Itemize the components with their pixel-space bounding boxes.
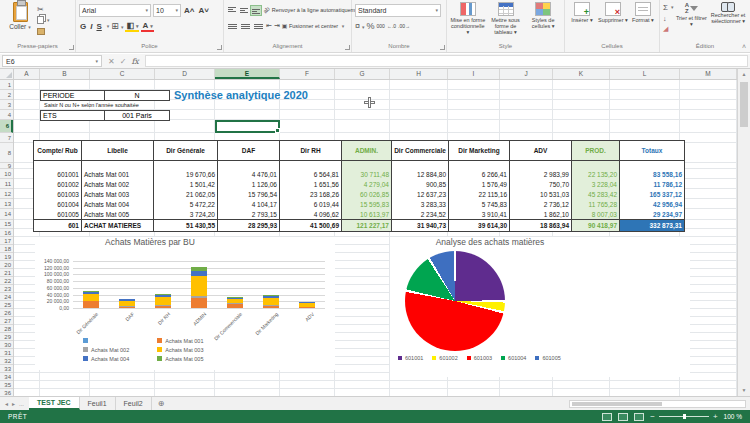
- table-cell[interactable]: 45 283,42: [572, 189, 620, 199]
- table-cell[interactable]: 3 910,41: [449, 209, 510, 219]
- table-cell[interactable]: 42 956,94: [620, 199, 684, 209]
- table-cell[interactable]: 41 500,69: [280, 219, 342, 231]
- table-cell[interactable]: 60 026,85: [342, 189, 392, 199]
- bar-stack-Dir Marketing[interactable]: [263, 295, 279, 308]
- table-cell[interactable]: 22 115,16: [449, 189, 510, 199]
- row-header-2[interactable]: 2: [0, 90, 13, 100]
- ets-label-cell[interactable]: ETS: [41, 111, 105, 120]
- row-header-22[interactable]: 22: [0, 277, 13, 285]
- font-dialog-launcher[interactable]: [217, 45, 222, 50]
- column-header-G[interactable]: G: [335, 69, 390, 79]
- shrink-font-button[interactable]: A˅: [197, 6, 209, 15]
- cell-grid[interactable]: PERIODE N Saisir N ou N+ selon l'année s…: [14, 80, 737, 396]
- bar-segment[interactable]: [119, 307, 135, 309]
- percent-button[interactable]: %: [367, 21, 375, 31]
- column-header-H[interactable]: H: [390, 69, 448, 79]
- bar-segment[interactable]: [191, 276, 207, 296]
- table-cell[interactable]: 2 793,15: [218, 209, 280, 219]
- number-dialog-launcher[interactable]: [440, 45, 445, 50]
- row-header-15[interactable]: 15: [0, 220, 13, 229]
- table-cell[interactable]: [449, 161, 510, 169]
- table-cell[interactable]: 90 418,97: [572, 219, 620, 231]
- font-color-button[interactable]: A▾: [141, 21, 153, 32]
- column-header-C[interactable]: C: [90, 69, 155, 79]
- table-cell[interactable]: DAF: [218, 141, 280, 161]
- scroll-down-icon[interactable]: ▼: [738, 385, 750, 396]
- table-cell[interactable]: 10 613,97: [342, 209, 392, 219]
- table-cell[interactable]: Compte/ Rub: [34, 141, 82, 161]
- font-name-select[interactable]: Arial▾: [79, 4, 151, 17]
- grow-font-button[interactable]: A˄: [183, 6, 195, 15]
- vertical-scrollbar[interactable]: ▲ ▼: [737, 69, 750, 396]
- row-header-4[interactable]: 4: [0, 110, 13, 120]
- table-cell[interactable]: [572, 161, 620, 169]
- period-label-cell[interactable]: PERIODE: [41, 91, 105, 100]
- table-cell[interactable]: 1 576,49: [449, 179, 510, 189]
- paste-button[interactable]: Coller▾: [3, 2, 37, 36]
- row-header-7[interactable]: 7: [0, 133, 13, 143]
- bar-stack-Dir Générale[interactable]: [83, 291, 99, 308]
- number-format-select[interactable]: Standard▾: [355, 4, 441, 17]
- bar-chart[interactable]: Achats Matières par BU 0,0020 000,0040 0…: [35, 237, 335, 370]
- table-cell[interactable]: 15 796,54: [218, 189, 280, 199]
- table-cell[interactable]: 4 476,01: [218, 169, 280, 179]
- table-cell[interactable]: 165 337,12: [620, 189, 684, 199]
- table-cell[interactable]: 12 637,23: [392, 189, 449, 199]
- table-cell[interactable]: 1 862,10: [510, 209, 572, 219]
- sheet-tab-test-jec[interactable]: TEST JEC: [29, 397, 79, 410]
- table-cell[interactable]: 83 558,16: [620, 169, 684, 179]
- table-cell[interactable]: 4 104,17: [218, 199, 280, 209]
- font-size-select[interactable]: 10▾: [153, 4, 181, 17]
- row-header-8[interactable]: 8: [0, 143, 13, 163]
- table-cell[interactable]: 1 651,56: [280, 179, 342, 189]
- period-value-cell[interactable]: N: [105, 91, 169, 100]
- table-cell[interactable]: PROD.: [572, 141, 620, 161]
- orientation-button[interactable]: ab: [260, 4, 272, 16]
- table-cell[interactable]: Dir Commerciale: [392, 141, 449, 161]
- column-header-B[interactable]: B: [40, 69, 90, 79]
- table-cell[interactable]: 23 168,26: [280, 189, 342, 199]
- decrease-decimal-button[interactable]: .00→: [398, 23, 410, 29]
- pie-legend-item[interactable]: 601001: [398, 354, 423, 361]
- conditional-formatting-button[interactable]: Mise en forme conditionnelle ▾: [450, 2, 486, 35]
- pie-graphic[interactable]: [405, 251, 505, 351]
- normal-view-icon[interactable]: [602, 413, 612, 421]
- table-cell[interactable]: Achats Mat 001: [82, 169, 154, 179]
- table-cell[interactable]: 28 295,93: [218, 219, 280, 231]
- pie-legend-item[interactable]: 601002: [432, 354, 457, 361]
- table-cell[interactable]: [620, 161, 684, 169]
- row-header-35[interactable]: 35: [0, 381, 13, 389]
- column-header-E[interactable]: E: [215, 69, 280, 79]
- table-cell[interactable]: 11 765,28: [572, 199, 620, 209]
- format-as-table-button[interactable]: Mettre sous forme de tableau ▾: [488, 2, 524, 35]
- table-cell[interactable]: 12 884,80: [392, 169, 449, 179]
- table-cell[interactable]: Achats Mat 003: [82, 189, 154, 199]
- row-header-6[interactable]: 6: [0, 120, 13, 133]
- table-cell[interactable]: [34, 161, 82, 169]
- zoom-level[interactable]: 100 %: [724, 413, 742, 420]
- legend-item[interactable]: Achats Mat 002: [83, 346, 129, 353]
- table-cell[interactable]: 3 724,20: [154, 209, 218, 219]
- table-cell[interactable]: 601004: [34, 199, 82, 209]
- ets-value-cell[interactable]: 001 Paris: [105, 111, 169, 120]
- delete-cells-button[interactable]: Supprimer ▾: [598, 2, 628, 23]
- bar-segment[interactable]: [299, 307, 315, 308]
- table-cell[interactable]: [392, 161, 449, 169]
- table-cell[interactable]: 29 234,97: [620, 209, 684, 219]
- column-header-D[interactable]: D: [155, 69, 215, 79]
- table-cell[interactable]: Achats Mat 005: [82, 209, 154, 219]
- table-cell[interactable]: ADV: [510, 141, 572, 161]
- zoom-slider-thumb[interactable]: [683, 414, 686, 419]
- table-cell[interactable]: 51 430,55: [154, 219, 218, 231]
- table-cell[interactable]: [280, 161, 342, 169]
- table-cell[interactable]: 1 501,42: [154, 179, 218, 189]
- row-header-27[interactable]: 27: [0, 317, 13, 325]
- table-cell[interactable]: Libelle: [82, 141, 154, 161]
- column-header-A[interactable]: A: [14, 69, 40, 79]
- table-cell[interactable]: [218, 161, 280, 169]
- row-header-14[interactable]: 14: [0, 209, 13, 220]
- bar-segment[interactable]: [155, 297, 171, 305]
- row-header-10[interactable]: 10: [0, 169, 13, 179]
- page-break-view-icon[interactable]: [634, 413, 644, 421]
- insert-function-icon[interactable]: fx: [131, 57, 138, 66]
